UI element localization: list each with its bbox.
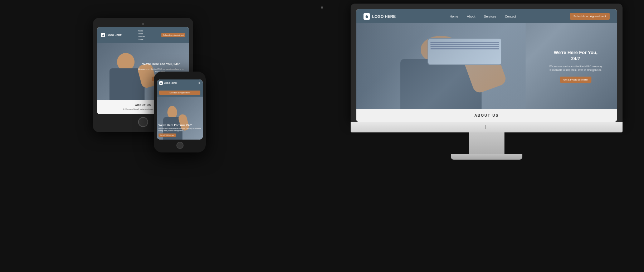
ipad-camera bbox=[142, 23, 144, 25]
scene-dot bbox=[321, 6, 323, 9]
imac-device: LOGO HERE Home About Services Contact Sc… bbox=[351, 4, 623, 160]
imac-hero-subtitle: We assures customers that the HVAC compa… bbox=[549, 65, 602, 72]
iphone-hero-title: We're Here For You, 24/7 bbox=[158, 123, 201, 127]
imac-nav-about[interactable]: About bbox=[467, 15, 475, 18]
iphone-cta-bar-section: Schedule an Appointment bbox=[157, 87, 203, 97]
imac-nav-services[interactable]: Services bbox=[484, 15, 496, 18]
imac-schedule-button[interactable]: Schedule an Appointment bbox=[570, 13, 610, 20]
ipad-nav-links: Home About Services Contact bbox=[138, 29, 145, 41]
imac-hero-text: We're Here For You, 24/7 We assures cust… bbox=[540, 43, 611, 89]
iphone-hero-subtitle: We assures customers that the HVAC compa… bbox=[158, 128, 201, 132]
scene: LOGO HERE Home About Services Contact Sc… bbox=[0, 0, 644, 272]
imac-logo: LOGO HERE bbox=[364, 13, 396, 20]
imac-hero-person bbox=[356, 23, 526, 109]
iphone-nav: LOGO HERE ≡ bbox=[157, 79, 203, 87]
imac-apple-logo:  bbox=[486, 123, 488, 131]
imac-nav-home[interactable]: Home bbox=[450, 15, 458, 18]
imac-chin:  bbox=[351, 122, 623, 132]
imac-stand-top bbox=[469, 132, 504, 154]
ipad-nav-about[interactable]: About bbox=[138, 32, 145, 35]
ipad-schedule-button[interactable]: Schedule an Appointment bbox=[161, 33, 185, 38]
ipad-hero-title: We're Here For You, 24/7 bbox=[138, 62, 184, 66]
person-silhouette bbox=[373, 32, 509, 109]
imac-hero-section: We're Here For You, 24/7 We assures cust… bbox=[356, 23, 617, 109]
person-head bbox=[421, 36, 462, 63]
person-arm bbox=[463, 47, 508, 94]
imac-logo-icon bbox=[364, 13, 370, 20]
imac-screen-outer: LOGO HERE Home About Services Contact Sc… bbox=[351, 4, 623, 122]
ipad-logo: LOGO HERE bbox=[101, 33, 122, 37]
iphone-logo-text: LOGO HERE bbox=[164, 82, 177, 84]
iphone-logo: LOGO HERE bbox=[159, 81, 177, 85]
iphone-logo-icon bbox=[159, 81, 163, 85]
iphone-notch bbox=[173, 75, 187, 78]
imac-nav-contact[interactable]: Contact bbox=[505, 15, 516, 18]
imac-hero-title: We're Here For You, 24/7 bbox=[549, 50, 602, 62]
svg-marker-1 bbox=[102, 34, 104, 36]
ipad-home-button[interactable] bbox=[138, 117, 148, 127]
imac-screen-inner: LOGO HERE Home About Services Contact Sc… bbox=[356, 9, 617, 122]
imac-stand-base bbox=[451, 154, 522, 160]
iphone-frame: LOGO HERE ≡ Schedule an Appointment bbox=[154, 72, 206, 152]
ipad-nav: LOGO HERE Home About Services Contact Sc… bbox=[97, 27, 189, 43]
imac-nav-links: Home About Services Contact bbox=[450, 15, 516, 18]
svg-marker-0 bbox=[365, 15, 368, 18]
iphone-hero-section: We're Here For You, 24/7 We assures cust… bbox=[157, 97, 203, 140]
iphone-device: LOGO HERE ≡ Schedule an Appointment bbox=[154, 72, 206, 152]
svg-marker-2 bbox=[160, 82, 162, 84]
iphone-cta-bar-button[interactable]: Schedule an Appointment bbox=[159, 91, 200, 95]
iphone-hero-cta-button[interactable]: Get a FREE Estimate! bbox=[158, 133, 176, 137]
iphone-hero-text: We're Here For You, 24/7 We assures cust… bbox=[158, 123, 201, 137]
imac-website-nav: LOGO HERE Home About Services Contact Sc… bbox=[356, 9, 617, 23]
ipad-logo-text: LOGO HERE bbox=[107, 34, 122, 37]
ipad-nav-contact[interactable]: Contact bbox=[138, 38, 145, 41]
imac-about-section: ABOUT US bbox=[356, 109, 617, 122]
ipad-logo-icon bbox=[101, 33, 105, 37]
ipad-nav-home[interactable]: Home bbox=[138, 29, 145, 32]
imac-hero-cta-button[interactable]: Get a FREE Estimate! bbox=[560, 77, 592, 83]
imac-logo-text: LOGO HERE bbox=[372, 14, 396, 19]
iphone-hamburger-icon[interactable]: ≡ bbox=[199, 82, 200, 85]
iphone-screen: LOGO HERE ≡ Schedule an Appointment bbox=[157, 79, 203, 140]
person-body bbox=[400, 59, 482, 109]
ipad-nav-services[interactable]: Services bbox=[138, 35, 145, 38]
imac-about-title: ABOUT US bbox=[364, 113, 610, 117]
iphone-home-button[interactable] bbox=[176, 142, 184, 149]
